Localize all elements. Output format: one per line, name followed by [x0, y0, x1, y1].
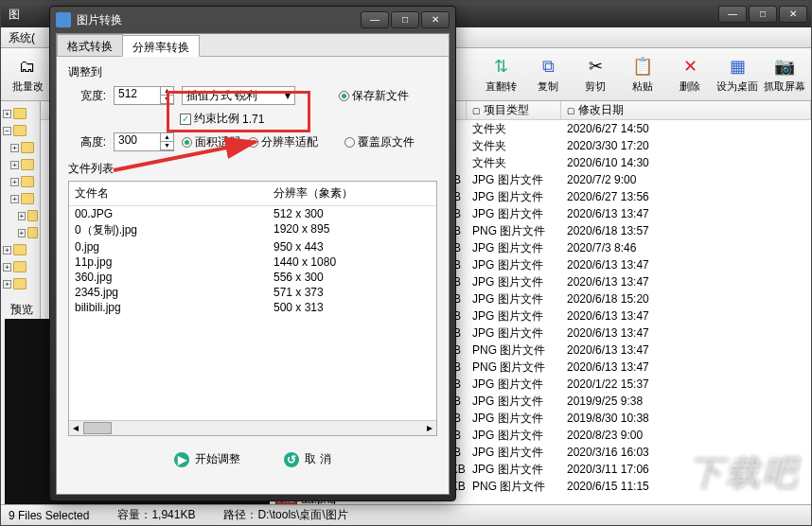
- tab-format[interactable]: 格式转换: [57, 34, 123, 56]
- tree-expand-icon[interactable]: +: [3, 280, 11, 289]
- radio-icon: [339, 91, 349, 101]
- wallpaper-icon: ▦: [726, 55, 749, 78]
- list-item[interactable]: 2345.jpg571 x 373: [69, 285, 436, 300]
- col-date[interactable]: ▢修改日期: [561, 101, 811, 119]
- folder-icon: [13, 125, 26, 136]
- width-label: 宽度:: [68, 88, 106, 104]
- convert-dialog: 图片转换 — □ ✕ 格式转换 分辨率转换 调整到 宽度: 512▲▼ 插值方式…: [49, 6, 456, 501]
- filelist-title: 文件列表: [68, 161, 437, 177]
- interp-combo[interactable]: 插值方式 锐利▾: [182, 86, 295, 105]
- close-button[interactable]: ✕: [779, 6, 807, 23]
- cancel-icon: ↺: [284, 452, 299, 467]
- folder-icon: [21, 176, 34, 187]
- tree-expand-icon[interactable]: −: [3, 127, 11, 135]
- constrain-checkbox[interactable]: ✓约束比例 1.71: [180, 111, 264, 127]
- col-type[interactable]: ▢项目类型: [467, 101, 561, 119]
- folder-icon: [13, 244, 26, 255]
- folder-icon: [13, 261, 26, 272]
- status-selected: 9 Files Selected: [9, 509, 89, 522]
- overwrite-radio[interactable]: 覆盖原文件: [344, 134, 415, 150]
- folder-icon: [21, 159, 34, 170]
- tree-expand-icon[interactable]: +: [18, 229, 26, 237]
- tree-expand-icon[interactable]: +: [10, 144, 19, 152]
- capture-icon: 📷: [773, 55, 796, 78]
- dialog-titlebar[interactable]: 图片转换 — □ ✕: [50, 7, 455, 33]
- width-input[interactable]: 512▲▼: [114, 86, 174, 105]
- list-item[interactable]: 0.jpg950 x 443: [69, 239, 436, 254]
- tree-expand-icon[interactable]: +: [3, 263, 11, 272]
- cut-button[interactable]: ✂剪切: [573, 52, 618, 97]
- sort-icon: ▢: [472, 106, 481, 115]
- tree-expand-icon[interactable]: +: [3, 246, 11, 254]
- col-resolution[interactable]: 分辨率（象素）: [268, 182, 359, 205]
- play-icon: ▶: [174, 452, 189, 467]
- folder-icon: [27, 227, 38, 238]
- save-new-radio[interactable]: 保存新文件: [339, 88, 409, 104]
- adjust-section: 调整到 宽度: 512▲▼ 插值方式 锐利▾ 保存新文件 ✓约束比例 1.71 …: [57, 57, 449, 161]
- copy-icon: ⧉: [537, 55, 559, 78]
- list-item[interactable]: 11p.jpg1440 x 1080: [69, 254, 436, 270]
- status-capacity: 容量：1,941KB: [117, 507, 195, 523]
- res-fit-radio[interactable]: 分辨率适配: [248, 134, 318, 150]
- batch-icon: 🗂: [16, 55, 39, 78]
- tree-expand-icon[interactable]: +: [10, 161, 19, 169]
- delete-button[interactable]: ✕删除: [667, 52, 713, 97]
- col-filename[interactable]: 文件名: [69, 182, 268, 205]
- tree-expand-icon[interactable]: +: [10, 178, 19, 186]
- tree-expand-icon[interactable]: +: [10, 195, 19, 203]
- flip-icon: ⇅: [489, 55, 512, 78]
- adjust-title: 调整到: [68, 64, 437, 80]
- watermark: 下载吧: [689, 450, 800, 497]
- dialog-minimize-button[interactable]: —: [361, 11, 389, 28]
- window-controls: — □ ✕: [718, 6, 807, 23]
- sort-icon: ▢: [567, 106, 575, 115]
- statusbar: 9 Files Selected 容量：1,941KB 路径：D:\tools\…: [1, 504, 811, 525]
- radio-icon: [182, 137, 192, 148]
- area-fit-radio[interactable]: 面积适配: [182, 134, 240, 150]
- list-item[interactable]: bilibili.jpg500 x 313: [69, 300, 436, 315]
- start-button[interactable]: ▶开始调整: [167, 447, 248, 471]
- minimize-button[interactable]: —: [718, 6, 747, 23]
- folder-icon: [21, 142, 34, 153]
- dialog-title: 图片转换: [77, 12, 122, 28]
- folder-icon: [13, 278, 26, 289]
- scissors-icon: ✂: [584, 55, 607, 78]
- folder-icon: [21, 193, 34, 204]
- spinner-icon[interactable]: ▲▼: [160, 87, 173, 104]
- list-item[interactable]: 360.jpg556 x 300: [69, 270, 436, 285]
- filelist-box: 文件名 分辨率（象素） 00.JPG512 x 3000（复制).jpg1920…: [68, 181, 437, 436]
- list-item[interactable]: 00.JPG512 x 300: [69, 206, 436, 221]
- list-item[interactable]: 0（复制).jpg1920 x 895: [69, 221, 436, 239]
- maximize-button[interactable]: □: [749, 6, 777, 23]
- dialog-icon: [56, 12, 71, 27]
- capture-button[interactable]: 📷抓取屏幕: [762, 52, 807, 97]
- folder-icon: [13, 108, 26, 119]
- delete-icon: ✕: [679, 55, 701, 78]
- radio-icon: [248, 137, 258, 148]
- flip-button[interactable]: ⇅直翻转: [478, 52, 523, 97]
- batch-button[interactable]: 🗂批量改: [5, 52, 50, 97]
- folder-icon: [27, 210, 38, 221]
- preview-label: 预览: [10, 302, 33, 318]
- check-icon: ✓: [180, 114, 191, 125]
- tree-expand-icon[interactable]: +: [18, 212, 26, 220]
- paste-icon: 📋: [631, 55, 654, 78]
- dialog-body: 格式转换 分辨率转换 调整到 宽度: 512▲▼ 插值方式 锐利▾ 保存新文件 …: [56, 33, 450, 495]
- tabs: 格式转换 分辨率转换: [57, 34, 449, 57]
- wallpaper-button[interactable]: ▦设为桌面: [715, 52, 760, 97]
- height-input[interactable]: 300▲▼: [114, 132, 174, 151]
- cancel-button[interactable]: ↺取 消: [276, 447, 338, 471]
- dialog-buttons: ▶开始调整 ↺取 消: [57, 436, 449, 482]
- tree-expand-icon[interactable]: +: [3, 110, 11, 118]
- filelist-header: 文件名 分辨率（象素）: [69, 182, 436, 206]
- filelist-section: 文件列表 文件名 分辨率（象素） 00.JPG512 x 3000（复制).jp…: [68, 161, 437, 436]
- paste-button[interactable]: 📋粘贴: [620, 52, 665, 97]
- scroll-thumb[interactable]: [83, 422, 112, 434]
- dialog-close-button[interactable]: ✕: [421, 11, 450, 28]
- tab-resolution[interactable]: 分辨率转换: [122, 35, 200, 57]
- horizontal-scrollbar[interactable]: ◂▸: [69, 420, 436, 435]
- dialog-maximize-button[interactable]: □: [391, 11, 419, 28]
- copy-button[interactable]: ⧉复制: [525, 52, 571, 97]
- spinner-icon[interactable]: ▲▼: [160, 133, 173, 150]
- filelist-rows[interactable]: 00.JPG512 x 3000（复制).jpg1920 x 8950.jpg9…: [69, 206, 436, 315]
